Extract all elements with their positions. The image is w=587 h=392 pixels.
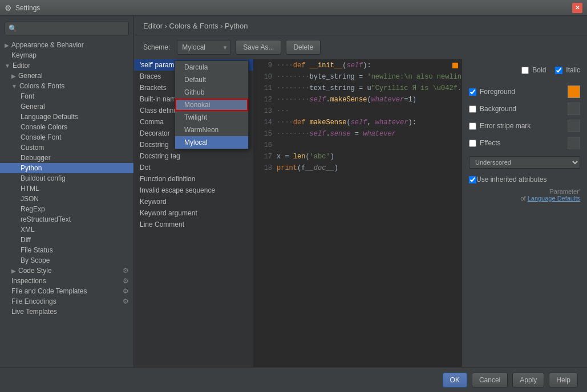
sidebar-item-console-font[interactable]: Console Font — [0, 132, 133, 142]
sidebar-item-restructured[interactable]: reStructuredText — [0, 214, 133, 224]
sidebar-item-diff[interactable]: Diff — [0, 235, 133, 245]
sidebar-item-console-colors[interactable]: Console Colors — [0, 122, 133, 132]
sidebar-item-label: Code Style — [18, 267, 52, 275]
background-row: Background — [469, 103, 580, 115]
effects-type-select[interactable]: Underscored Bold underscored Bordered Bo… — [469, 156, 580, 169]
close-button[interactable]: ✕ — [572, 3, 582, 13]
sidebar-item-label: Debugger — [21, 154, 51, 162]
sidebar-item-regexp[interactable]: RegExp — [0, 204, 133, 214]
dropdown-default[interactable]: Default — [175, 74, 248, 86]
sidebar-item-file-encodings[interactable]: File Encodings ⚙ — [0, 296, 133, 307]
dropdown-github[interactable]: Github — [175, 86, 248, 99]
token-invalid-escape[interactable]: Invalid escape sequence — [134, 185, 253, 196]
sidebar-item-general[interactable]: ▶ General — [0, 71, 133, 81]
italic-checkbox[interactable] — [555, 67, 562, 74]
inherited-label: Use inherited attributes — [476, 175, 546, 183]
wrench-icon: ⚙ — [123, 267, 129, 275]
sidebar-item-editor[interactable]: ▼ Editor — [0, 60, 133, 71]
breadcrumb: Editor › Colors & Fonts › Python — [134, 16, 587, 35]
token-line-comment[interactable]: Line Comment — [134, 219, 253, 230]
dropdown-twilight[interactable]: Twilight — [175, 111, 248, 124]
wrench-icon: ⚙ — [123, 287, 129, 295]
background-color-box[interactable] — [568, 103, 580, 115]
cancel-button[interactable]: Cancel — [472, 373, 508, 387]
effects-checkbox[interactable] — [469, 140, 476, 147]
main-container: 🔍 ▶ Appearance & Behavior Keymap ▼ Edito… — [0, 16, 587, 367]
foreground-checkbox[interactable] — [469, 88, 476, 96]
apply-button[interactable]: Apply — [512, 373, 544, 387]
sidebar-item-label: XML — [21, 226, 35, 234]
sidebar-item-buildout[interactable]: Buildout config — [0, 173, 133, 183]
italic-checkbox-row: Italic — [555, 66, 580, 74]
code-line-18: 18 print (f __doc__ ) — [254, 164, 461, 175]
token-keyword-arg[interactable]: Keyword argument — [134, 207, 253, 219]
sidebar-item-xml[interactable]: XML — [0, 224, 133, 235]
sidebar-item-appearance[interactable]: ▶ Appearance & Behavior — [0, 40, 133, 50]
sidebar-item-keymap[interactable]: Keymap — [0, 50, 133, 60]
dropdown-mylocal[interactable]: Mylocal — [175, 136, 248, 149]
code-line-11: 11 ········ text_string = u "Cyrillic Я … — [254, 84, 461, 96]
sidebar-item-language-defaults[interactable]: Language Defaults — [0, 112, 133, 122]
sidebar-item-custom[interactable]: Custom — [0, 142, 133, 153]
bottom-bar: OK Cancel Apply Help — [0, 367, 587, 392]
code-line-15: 15 ········ self . sense = whatever — [254, 130, 461, 141]
language-defaults-link[interactable]: Language Defaults — [528, 195, 580, 202]
sidebar-item-debugger[interactable]: Debugger — [0, 153, 133, 163]
bold-checkbox[interactable] — [521, 67, 529, 74]
save-as-button[interactable]: Save As... — [236, 40, 281, 55]
foreground-color-box[interactable] — [568, 85, 580, 98]
sidebar-item-by-scope[interactable]: By Scope — [0, 255, 133, 266]
arrow-icon: ▼ — [5, 63, 10, 69]
sidebar-item-label: File Encodings — [11, 297, 56, 305]
arrow-icon: ▶ — [5, 42, 9, 48]
token-keyword[interactable]: Keyword — [134, 196, 253, 207]
code-line-17: 17 x = len ( 'abc' ) — [254, 153, 461, 164]
error-stripe-checkbox[interactable] — [469, 122, 476, 130]
background-checkbox[interactable] — [469, 105, 476, 113]
inherited-text: 'Parameter' of Language Defaults — [469, 188, 580, 202]
sidebar-item-code-style[interactable]: ▶ Code Style ⚙ — [0, 266, 133, 276]
token-docstring-tag[interactable]: Docstring tag — [134, 150, 253, 162]
foreground-row: Foreground — [469, 85, 580, 98]
ok-button[interactable]: OK — [443, 373, 467, 387]
error-stripe-color-box[interactable] — [568, 120, 580, 132]
effects-dropdown-wrapper: Underscored Bold underscored Bordered Bo… — [469, 154, 580, 169]
dropdown-warmneon[interactable]: WarmNeon — [175, 124, 248, 136]
help-button[interactable]: Help — [549, 373, 578, 387]
code-line-14: 14 ···· def makeSense ( self , whatever … — [254, 119, 461, 130]
sidebar-item-label: Custom — [21, 144, 44, 152]
token-function-def[interactable]: Function definition — [134, 173, 253, 185]
sidebar-item-html[interactable]: HTML — [0, 183, 133, 194]
sidebar-item-json[interactable]: JSON — [0, 194, 133, 204]
sidebar-item-colors-fonts[interactable]: ▼ Colors & Fonts — [0, 81, 133, 91]
editor-area: 'self' parameter Braces Brackets Built-i… — [134, 59, 587, 367]
delete-button[interactable]: Delete — [286, 40, 321, 55]
sidebar-item-live-templates[interactable]: Live Templates — [0, 307, 133, 317]
sidebar-item-label: RegExp — [21, 205, 45, 213]
sidebar-item-inspections[interactable]: Inspections ⚙ — [0, 276, 133, 286]
error-indicator — [452, 63, 458, 68]
scheme-bar: Scheme: Mylocal Darcula Default Github M… — [134, 35, 587, 59]
sidebar-item-label: Language Defaults — [21, 113, 78, 121]
inherited-checkbox[interactable] — [469, 176, 476, 183]
search-box[interactable]: 🔍 — [5, 22, 129, 35]
sidebar-item-cf-general[interactable]: General — [0, 101, 133, 112]
dropdown-darcula[interactable]: Darcula — [175, 61, 248, 74]
token-dot[interactable]: Dot — [134, 162, 253, 173]
bold-checkbox-row: Bold — [521, 66, 546, 74]
sidebar-item-file-code-templates[interactable]: File and Code Templates ⚙ — [0, 286, 133, 296]
sidebar-item-python[interactable]: Python — [0, 163, 133, 173]
dropdown-monokai[interactable]: Monokai — [175, 99, 248, 111]
scheme-label: Scheme: — [143, 43, 170, 51]
effects-color-box[interactable] — [568, 137, 580, 149]
sidebar-item-font[interactable]: Font — [0, 91, 133, 101]
options-panel: Bold Italic Foreground Background — [461, 59, 587, 367]
sidebar-item-label: File and Code Templates — [11, 287, 87, 295]
sidebar-item-file-status[interactable]: File Status — [0, 245, 133, 255]
scheme-select[interactable]: Mylocal Darcula Default Github Monokai T… — [177, 40, 231, 55]
code-line-16: 16 — [254, 141, 461, 153]
arrow-icon: ▶ — [11, 268, 16, 274]
code-line-12: 12 ········ self . makeSense ( whatever … — [254, 96, 461, 107]
background-label: Background — [480, 105, 516, 113]
search-input[interactable] — [19, 24, 125, 32]
